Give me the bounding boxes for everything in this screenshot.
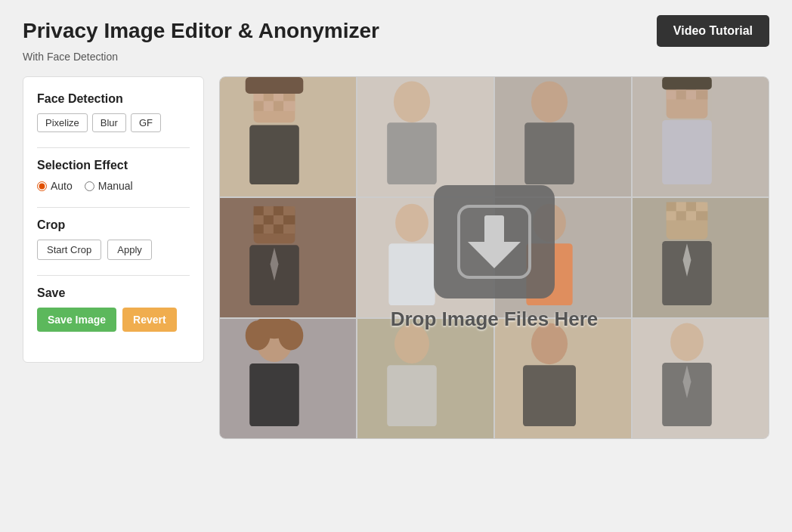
drop-text: Drop Image Files Here xyxy=(391,308,599,331)
svg-rect-32 xyxy=(264,206,274,215)
photo-cell xyxy=(220,77,356,196)
manual-radio[interactable] xyxy=(85,181,94,191)
crop-title: Crop xyxy=(37,218,190,232)
drop-arrow-icon xyxy=(453,200,536,283)
photo-cell xyxy=(633,319,769,438)
svg-rect-29 xyxy=(662,120,712,184)
gf-button[interactable]: GF xyxy=(131,113,161,132)
photo-cell xyxy=(633,77,769,196)
svg-rect-36 xyxy=(264,215,274,224)
svg-rect-24 xyxy=(667,91,676,100)
svg-rect-16 xyxy=(387,122,437,184)
svg-rect-50 xyxy=(667,202,676,211)
manual-option[interactable]: Manual xyxy=(85,180,133,192)
blur-button[interactable]: Blur xyxy=(92,113,126,132)
svg-rect-52 xyxy=(686,202,696,211)
selection-effect-title: Selection Effect xyxy=(37,159,190,172)
photo-cell xyxy=(633,198,769,317)
left-panel: Face Detection Pixelize Blur GF Selectio… xyxy=(23,76,204,363)
svg-rect-51 xyxy=(676,202,686,211)
selection-effect-section: Selection Effect Auto Manual xyxy=(37,159,190,192)
svg-rect-55 xyxy=(676,212,686,221)
face-detection-title: Face Detection xyxy=(37,92,190,106)
save-title: Save xyxy=(37,286,190,300)
svg-rect-64 xyxy=(249,363,299,426)
svg-point-15 xyxy=(394,81,430,122)
save-buttons: Save Image Revert xyxy=(37,308,190,332)
revert-button[interactable]: Revert xyxy=(122,308,177,332)
svg-rect-66 xyxy=(387,365,437,426)
face-detection-section: Face Detection Pixelize Blur GF xyxy=(37,92,190,132)
svg-rect-33 xyxy=(274,206,283,215)
svg-rect-31 xyxy=(254,206,264,215)
svg-rect-34 xyxy=(283,206,295,215)
manual-label: Manual xyxy=(98,180,133,192)
drop-icon-box xyxy=(434,185,555,298)
svg-rect-40 xyxy=(264,224,274,234)
photo-cell xyxy=(357,319,493,438)
svg-rect-25 xyxy=(676,91,686,100)
svg-rect-73 xyxy=(484,215,504,246)
svg-point-69 xyxy=(670,323,704,360)
svg-point-17 xyxy=(531,81,568,122)
pixelize-button[interactable]: Pixelize xyxy=(37,113,88,132)
drop-overlay: Drop Image Files Here xyxy=(391,185,599,331)
crop-buttons: Start Crop Apply xyxy=(37,240,190,260)
svg-rect-26 xyxy=(686,91,696,100)
svg-rect-12 xyxy=(283,101,295,111)
svg-rect-35 xyxy=(254,215,264,224)
start-crop-button[interactable]: Start Crop xyxy=(37,240,101,260)
svg-rect-56 xyxy=(686,212,696,221)
subtitle: With Face Detection xyxy=(23,51,769,63)
auto-option[interactable]: Auto xyxy=(37,180,73,192)
apply-button[interactable]: Apply xyxy=(107,240,152,260)
svg-rect-68 xyxy=(523,365,576,426)
svg-marker-74 xyxy=(468,242,521,268)
svg-rect-37 xyxy=(274,215,283,224)
svg-rect-11 xyxy=(274,101,283,111)
svg-rect-39 xyxy=(254,224,264,234)
face-detection-buttons: Pixelize Blur GF xyxy=(37,113,190,132)
auto-label: Auto xyxy=(51,180,73,192)
svg-rect-53 xyxy=(696,202,707,211)
selection-effect-options: Auto Manual xyxy=(37,180,190,192)
svg-rect-28 xyxy=(662,77,712,89)
photo-cell xyxy=(495,319,631,438)
svg-rect-38 xyxy=(283,215,295,224)
page-title: Privacy Image Editor & Anonymizer xyxy=(23,19,379,43)
svg-rect-13 xyxy=(246,77,304,94)
svg-rect-54 xyxy=(667,212,676,221)
svg-rect-18 xyxy=(524,122,574,184)
photo-cell xyxy=(495,77,631,196)
auto-radio[interactable] xyxy=(37,181,47,191)
svg-rect-41 xyxy=(274,224,283,234)
save-image-button[interactable]: Save Image xyxy=(37,308,116,332)
photo-cell xyxy=(220,319,356,438)
svg-rect-27 xyxy=(696,91,707,100)
photo-cell xyxy=(357,77,493,196)
video-tutorial-button[interactable]: Video Tutorial xyxy=(657,15,769,47)
photo-cell xyxy=(220,198,356,317)
svg-rect-57 xyxy=(696,212,707,221)
crop-section: Crop Start Crop Apply xyxy=(37,218,190,260)
drop-area[interactable]: Drop Image Files Here xyxy=(219,76,769,439)
save-section: Save Save Image Revert xyxy=(37,286,190,332)
svg-rect-10 xyxy=(264,101,274,111)
svg-rect-42 xyxy=(283,224,295,234)
svg-rect-14 xyxy=(249,125,299,184)
svg-rect-9 xyxy=(254,101,264,111)
